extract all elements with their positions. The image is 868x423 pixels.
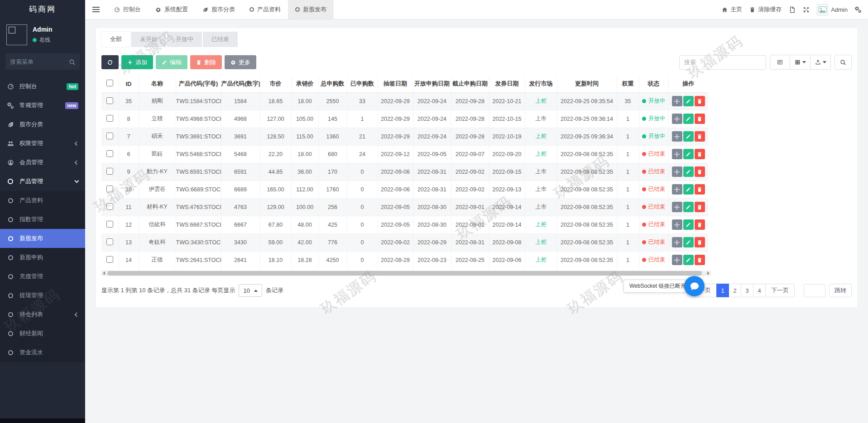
delete-row-button[interactable] bbox=[695, 255, 705, 265]
row-checkbox[interactable] bbox=[106, 203, 113, 210]
delete-row-button[interactable] bbox=[695, 131, 705, 142]
row-checkbox[interactable] bbox=[106, 221, 113, 228]
delete-row-button[interactable] bbox=[695, 237, 705, 247]
filter-tab-not-started[interactable]: 未开始 bbox=[131, 32, 166, 47]
edit-row-button[interactable] bbox=[683, 202, 694, 212]
market-link[interactable]: 上柜 bbox=[535, 257, 547, 263]
jump-page-input[interactable] bbox=[804, 284, 825, 297]
move-row-button[interactable] bbox=[672, 149, 682, 159]
edit-button[interactable]: 编辑 bbox=[156, 55, 187, 69]
menu-toggle-button[interactable] bbox=[85, 0, 107, 19]
pagination-next[interactable]: 下一页 bbox=[765, 284, 795, 297]
nav-tab-stock-category[interactable]: 股市分类 bbox=[195, 0, 242, 19]
edit-row-button[interactable] bbox=[683, 114, 694, 124]
add-button[interactable]: 添加 bbox=[121, 55, 153, 69]
sidebar-item-stock-category[interactable]: 股市分类 bbox=[0, 115, 85, 134]
sidebar-subitem-product-info[interactable]: 产品资料 bbox=[0, 191, 85, 210]
row-checkbox[interactable] bbox=[106, 133, 113, 139]
edit-row-button[interactable] bbox=[683, 96, 694, 106]
chat-widget-button[interactable] bbox=[684, 276, 705, 296]
select-all-checkbox[interactable] bbox=[106, 80, 113, 86]
nav-tab-product-info[interactable]: 产品资料 bbox=[242, 0, 288, 19]
sidebar-subitem-new-stock-release[interactable]: 新股发布 bbox=[0, 229, 85, 248]
horizontal-scrollbar[interactable] bbox=[101, 271, 711, 276]
columns-button[interactable] bbox=[790, 55, 810, 70]
sidebar-subitem-new-stock-subscription[interactable]: 新股申购 bbox=[0, 248, 85, 267]
document-button[interactable] bbox=[789, 6, 796, 13]
move-row-button[interactable] bbox=[672, 237, 682, 247]
move-row-button[interactable] bbox=[672, 96, 682, 106]
delete-row-button[interactable] bbox=[695, 202, 705, 212]
search-submit-button[interactable] bbox=[834, 55, 852, 70]
scroll-left-icon[interactable] bbox=[103, 271, 105, 275]
pagination-page-2[interactable]: 2 bbox=[729, 284, 741, 297]
scroll-right-icon[interactable] bbox=[707, 271, 710, 275]
row-checkbox[interactable] bbox=[106, 115, 113, 122]
table-search-input[interactable] bbox=[679, 55, 766, 70]
sidebar-item-products[interactable]: 产品管理 bbox=[0, 172, 85, 191]
user-avatar[interactable] bbox=[6, 24, 27, 45]
move-row-button[interactable] bbox=[672, 184, 682, 195]
export-button[interactable] bbox=[810, 55, 831, 70]
market-link[interactable]: 上柜 bbox=[535, 133, 547, 139]
move-row-button[interactable] bbox=[672, 255, 682, 265]
row-checkbox[interactable] bbox=[106, 256, 113, 263]
fullscreen-button[interactable] bbox=[803, 6, 810, 13]
edit-row-button[interactable] bbox=[683, 149, 694, 159]
delete-button[interactable]: 删除 bbox=[190, 55, 222, 69]
filter-tab-open[interactable]: 开放中 bbox=[167, 32, 202, 47]
filter-tab-all[interactable]: 全部 bbox=[101, 32, 130, 47]
sidebar-item-dashboard[interactable]: 控制台 hot bbox=[0, 77, 85, 96]
filter-tab-ended[interactable]: 已结束 bbox=[203, 32, 238, 47]
edit-row-button[interactable] bbox=[683, 255, 694, 265]
pagination-page-4[interactable]: 4 bbox=[753, 284, 766, 297]
market-link[interactable]: 上柜 bbox=[535, 239, 547, 245]
sidebar-subitem-index-management[interactable]: 指数管理 bbox=[0, 210, 85, 229]
move-row-button[interactable] bbox=[672, 166, 682, 177]
row-checkbox[interactable] bbox=[106, 185, 113, 192]
edit-row-button[interactable] bbox=[683, 184, 694, 195]
refresh-button[interactable] bbox=[101, 55, 119, 69]
settings-button[interactable] bbox=[855, 6, 862, 13]
move-row-button[interactable] bbox=[672, 202, 682, 212]
sidebar-item-permissions[interactable]: 权限管理 bbox=[0, 134, 85, 153]
edit-row-button[interactable] bbox=[683, 219, 694, 230]
move-row-button[interactable] bbox=[672, 219, 682, 230]
delete-row-button[interactable] bbox=[695, 219, 705, 230]
delete-row-button[interactable] bbox=[695, 149, 705, 159]
nav-tab-dashboard[interactable]: 控制台 bbox=[107, 0, 148, 19]
pagination-page-1[interactable]: 1 bbox=[716, 284, 729, 297]
jump-button[interactable]: 跳转 bbox=[829, 284, 852, 297]
delete-row-button[interactable] bbox=[695, 96, 705, 106]
sidebar-subitem-fund-flow[interactable]: 资金流水 bbox=[0, 343, 85, 362]
delete-row-button[interactable] bbox=[695, 166, 705, 177]
row-checkbox[interactable] bbox=[106, 238, 113, 245]
sidebar-item-general-management[interactable]: 常规管理 new bbox=[0, 96, 85, 115]
move-row-button[interactable] bbox=[672, 114, 682, 124]
market-link[interactable]: 上柜 bbox=[535, 98, 547, 104]
detail-view-button[interactable] bbox=[770, 55, 790, 70]
delete-row-button[interactable] bbox=[695, 114, 705, 124]
more-button[interactable]: 更多 bbox=[225, 55, 256, 69]
sidebar-subitem-finance-news[interactable]: 财经新闻 bbox=[0, 324, 85, 343]
nav-tab-system-config[interactable]: 系统配置 bbox=[148, 0, 195, 19]
pagination-page-3[interactable]: 3 bbox=[741, 284, 753, 297]
move-row-button[interactable] bbox=[672, 131, 682, 142]
sidebar-subitem-positions-list[interactable]: 持仓列表 bbox=[0, 305, 85, 324]
row-checkbox[interactable] bbox=[106, 97, 113, 104]
scrollbar-thumb[interactable] bbox=[107, 271, 702, 276]
sidebar-item-members[interactable]: 会员管理 bbox=[0, 153, 85, 172]
edit-row-button[interactable] bbox=[683, 237, 694, 247]
page-size-select[interactable]: 10 bbox=[239, 284, 262, 297]
clear-cache-link[interactable]: 清除缓存 bbox=[749, 5, 782, 14]
sidebar-subitem-recharge-management[interactable]: 充值管理 bbox=[0, 267, 85, 286]
nav-tab-new-stock-release[interactable]: 新股发布 bbox=[288, 0, 334, 19]
edit-row-button[interactable] bbox=[683, 131, 694, 142]
delete-row-button[interactable] bbox=[695, 184, 705, 195]
sidebar-subitem-withdrawal-management[interactable]: 提现管理 bbox=[0, 286, 85, 305]
row-checkbox[interactable] bbox=[106, 150, 113, 157]
market-link[interactable]: 上柜 bbox=[535, 221, 547, 228]
user-menu[interactable]: Admin bbox=[817, 4, 848, 15]
row-checkbox[interactable] bbox=[106, 168, 113, 175]
home-link[interactable]: 主页 bbox=[722, 5, 742, 14]
